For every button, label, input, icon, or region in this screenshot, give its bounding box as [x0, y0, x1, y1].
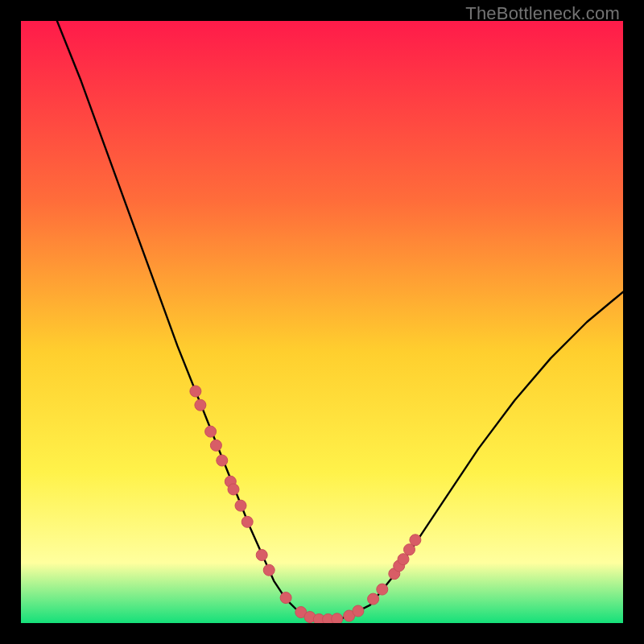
dot: [332, 613, 343, 623]
dot: [398, 554, 409, 565]
dot: [235, 500, 246, 511]
dot: [190, 386, 201, 397]
dot: [263, 564, 275, 576]
watermark-text: TheBottleneck.com: [465, 3, 620, 24]
dot: [217, 455, 228, 466]
dot: [368, 593, 379, 605]
dot: [410, 535, 421, 546]
chart-frame: [21, 21, 623, 623]
gradient-background: [21, 21, 623, 623]
dot: [205, 426, 217, 437]
dot: [228, 484, 239, 495]
dot: [256, 550, 267, 561]
bottleneck-chart: [21, 21, 623, 623]
dot: [195, 399, 206, 411]
dot: [242, 516, 253, 527]
dot: [280, 592, 291, 604]
dot: [210, 440, 221, 451]
dot: [353, 605, 364, 617]
dot: [377, 584, 388, 595]
